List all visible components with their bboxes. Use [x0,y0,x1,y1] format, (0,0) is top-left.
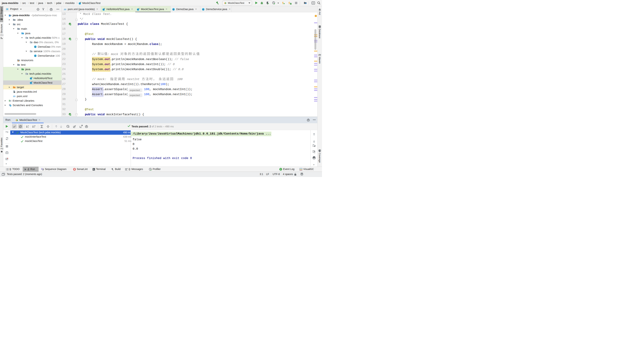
svg-text:C: C [30,82,32,84]
svg-text:C: C [34,55,36,57]
svg-text:C: C [30,78,32,79]
svg-text:C: C [138,9,139,11]
svg-text:m: m [13,95,16,98]
svg-text:9: 9 [7,131,8,134]
svg-text:C: C [79,2,80,4]
svg-text:m: m [64,8,66,11]
svg-text:z: z [28,127,29,128]
svg-text:C: C [34,46,36,48]
svg-text:3: 3 [280,168,281,170]
svg-text:C: C [103,9,104,11]
svg-text:C: C [203,8,204,10]
svg-text:C: C [173,8,174,10]
